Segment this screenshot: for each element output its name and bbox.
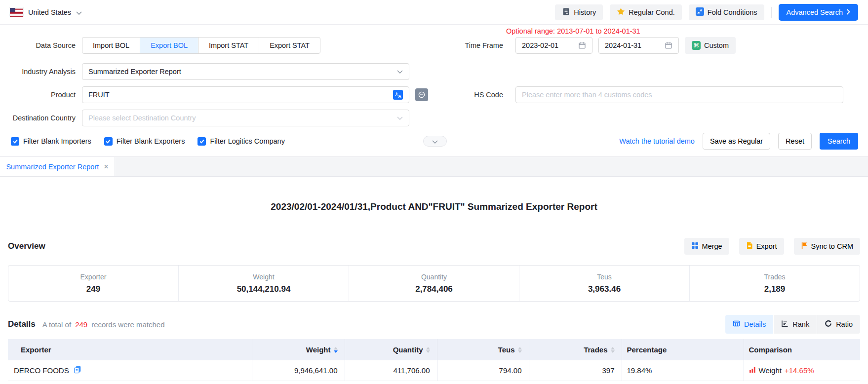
tab-import-stat[interactable]: Import STAT bbox=[198, 37, 259, 54]
column-header-teus[interactable]: Teus bbox=[437, 339, 529, 360]
end-date-value[interactable] bbox=[605, 41, 665, 49]
rank-list-icon bbox=[781, 320, 789, 329]
start-date-input[interactable] bbox=[515, 37, 592, 54]
product-value[interactable] bbox=[88, 91, 393, 99]
report-area: 2023/02/01-2024/01/31,Product AND"FRUIT"… bbox=[0, 201, 868, 381]
industry-analysis-select[interactable]: Summarized Exporter Report bbox=[82, 63, 409, 80]
save-as-regular-button[interactable]: Save as Regular bbox=[703, 133, 770, 150]
view-details-label: Details bbox=[744, 320, 766, 328]
tab-summarized-exporter-report[interactable]: Summarized Exporter Report × bbox=[0, 157, 115, 176]
close-icon[interactable]: × bbox=[104, 163, 108, 171]
bar-chart-icon bbox=[749, 366, 756, 375]
stat-trades: Trades 2,189 bbox=[690, 266, 860, 301]
column-header-percentage: Percentage bbox=[622, 339, 744, 360]
filter-label: Filter Logitics Company bbox=[210, 137, 285, 145]
time-frame-label: Time Frame bbox=[428, 37, 510, 54]
chevron-down-icon bbox=[432, 137, 438, 145]
hs-code-value[interactable] bbox=[522, 91, 837, 99]
history-button[interactable]: History bbox=[555, 4, 603, 20]
sync-to-crm-label: Sync to CRM bbox=[811, 242, 853, 250]
sort-carets-icon[interactable] bbox=[611, 347, 615, 353]
sort-carets-icon[interactable] bbox=[334, 347, 338, 353]
product-options-icon[interactable] bbox=[415, 88, 428, 101]
details-table: Exporter Weight Quantity Teus bbox=[8, 339, 860, 381]
country-label: United States bbox=[28, 8, 71, 16]
view-ratio-button[interactable]: Ratio bbox=[817, 315, 860, 334]
country-selector[interactable]: United States bbox=[10, 8, 82, 17]
view-rank-button[interactable]: Rank bbox=[773, 315, 817, 334]
end-date-input[interactable] bbox=[598, 37, 679, 54]
checkbox-checked-icon bbox=[104, 137, 113, 146]
stat-weight: Weight 50,144,210.94 bbox=[179, 266, 349, 301]
reset-button[interactable]: Reset bbox=[778, 133, 812, 150]
column-header-exporter: Exporter bbox=[8, 339, 252, 360]
weight-value: 9,946,641.00 bbox=[252, 360, 345, 381]
regular-cond-label: Regular Cond. bbox=[629, 8, 675, 16]
export-document-icon bbox=[746, 242, 753, 251]
export-label: Export bbox=[756, 242, 777, 250]
sort-carets-icon[interactable] bbox=[518, 347, 522, 353]
stat-value: 2,784,406 bbox=[415, 284, 453, 294]
regular-cond-button[interactable]: Regular Cond. bbox=[610, 4, 682, 20]
chevron-down-icon bbox=[397, 70, 403, 74]
destination-country-label: Destination Country bbox=[0, 114, 82, 122]
stat-quantity: Quantity 2,784,406 bbox=[349, 266, 519, 301]
column-header-weight[interactable]: Weight bbox=[252, 339, 345, 360]
report-title: 2023/02/01-2024/01/31,Product AND"FRUIT"… bbox=[8, 201, 860, 212]
translate-icon[interactable]: A bbox=[393, 90, 403, 100]
details-total-suffix: records were matched bbox=[91, 320, 164, 329]
product-input[interactable]: A bbox=[82, 86, 409, 103]
advanced-search-label: Advanced Search bbox=[787, 8, 843, 16]
tab-export-stat[interactable]: Export STAT bbox=[259, 37, 320, 54]
view-switcher: Details Rank Ratio bbox=[725, 315, 860, 334]
checkbox-checked-icon bbox=[197, 137, 206, 146]
filter-logistics-company-checkbox[interactable]: Filter Logitics Company bbox=[197, 137, 285, 146]
custom-range-button[interactable]: ⌘ Custom bbox=[685, 37, 736, 54]
column-header-trades[interactable]: Trades bbox=[529, 339, 622, 360]
star-icon bbox=[617, 7, 625, 17]
merge-label: Merge bbox=[702, 242, 722, 250]
collapse-conditions-toggle[interactable] bbox=[423, 136, 447, 147]
stat-label: Weight bbox=[253, 273, 274, 281]
column-header-comparison: Comparison bbox=[744, 339, 860, 360]
data-source-tabs: Import BOL Export BOL Import STAT Export… bbox=[82, 37, 320, 54]
chevron-down-icon bbox=[76, 8, 82, 16]
percentage-value: 19.84% bbox=[622, 360, 744, 381]
calendar-icon[interactable] bbox=[578, 41, 586, 49]
hs-code-input[interactable] bbox=[515, 86, 843, 103]
calendar-icon[interactable] bbox=[665, 41, 672, 49]
filter-blank-importers-checkbox[interactable]: Filter Blank Importers bbox=[11, 137, 91, 146]
ratio-donut-icon bbox=[825, 320, 832, 329]
advanced-search-button[interactable]: Advanced Search bbox=[779, 4, 858, 21]
tutorial-demo-link[interactable]: Watch the tutorial demo bbox=[619, 137, 695, 145]
filter-blank-exporters-checkbox[interactable]: Filter Blank Exporters bbox=[104, 137, 185, 146]
chevron-down-icon bbox=[397, 116, 403, 120]
search-form: Optional range: 2013-07-01 to 2024-01-31… bbox=[0, 25, 868, 157]
search-button[interactable]: Search bbox=[820, 133, 858, 150]
tab-export-bol[interactable]: Export BOL bbox=[140, 37, 198, 54]
tab-import-bol[interactable]: Import BOL bbox=[82, 37, 140, 54]
history-label: History bbox=[574, 8, 596, 16]
fold-conditions-label: Fold Conditions bbox=[708, 8, 757, 16]
table-grid-icon bbox=[733, 320, 740, 329]
details-total-count: 249 bbox=[75, 320, 87, 329]
table-row: DERCO FOODS 9,946,641.00 411,706.00 794.… bbox=[8, 360, 860, 381]
result-tab-label: Summarized Exporter Report bbox=[6, 163, 99, 171]
export-button[interactable]: Export bbox=[739, 238, 784, 255]
teus-value: 794.00 bbox=[437, 360, 529, 381]
column-header-quantity[interactable]: Quantity bbox=[345, 339, 437, 360]
view-details-button[interactable]: Details bbox=[725, 315, 773, 334]
stat-label: Teus bbox=[597, 273, 612, 281]
start-date-value[interactable] bbox=[522, 41, 578, 49]
overview-heading: Overview bbox=[8, 241, 45, 251]
copy-icon[interactable] bbox=[74, 366, 81, 375]
sort-carets-icon[interactable] bbox=[426, 347, 430, 353]
stat-value: 50,144,210.94 bbox=[237, 284, 291, 294]
merge-button[interactable]: Merge bbox=[684, 238, 729, 255]
details-total-prefix: A total of bbox=[42, 320, 71, 329]
product-label: Product bbox=[0, 91, 82, 99]
destination-country-select[interactable]: Please select Destination Country bbox=[82, 110, 409, 126]
details-heading: Details bbox=[8, 319, 36, 329]
fold-conditions-button[interactable]: Fold Conditions bbox=[689, 4, 764, 20]
sync-to-crm-button[interactable]: Sync to CRM bbox=[794, 238, 860, 255]
